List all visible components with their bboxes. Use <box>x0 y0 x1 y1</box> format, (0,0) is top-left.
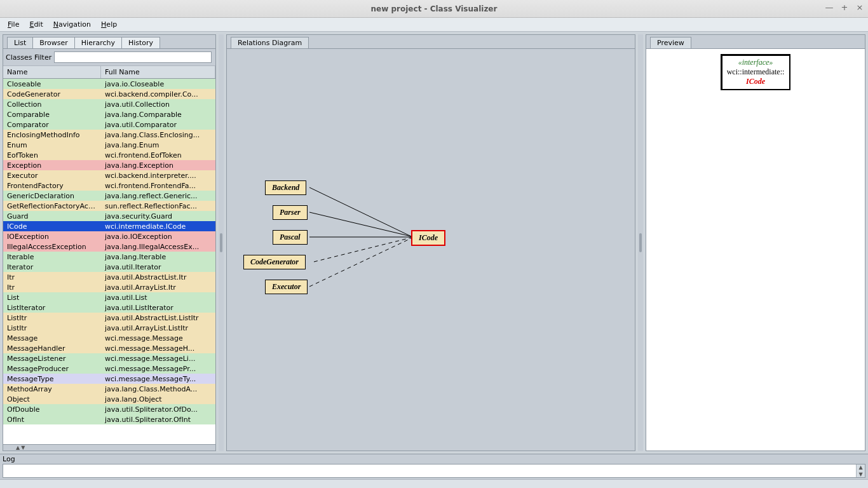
panel-collapse-bar[interactable]: ▲▼ <box>3 444 215 451</box>
preview-canvas[interactable]: «interface» wci::intermediate:: ICode <box>646 49 865 451</box>
table-row[interactable]: CodeGeneratorwci.backend.compiler.Co... <box>3 89 215 99</box>
cell-name: Collection <box>3 100 101 109</box>
close-icon[interactable]: × <box>855 3 864 12</box>
table-row[interactable]: GenericDeclarationjava.lang.reflect.Gene… <box>3 191 215 201</box>
cell-fullname: java.util.Spliterator.OfDo... <box>101 405 215 414</box>
menu-navigation[interactable]: Navigation <box>50 19 95 30</box>
maximize-icon[interactable]: + <box>840 3 849 12</box>
diagram-node-codegenerator[interactable]: CodeGenerator <box>243 255 306 269</box>
table-row[interactable]: Iteratorjava.util.Iterator <box>3 262 215 272</box>
cell-fullname: wci.message.MessageTy... <box>101 375 215 383</box>
diagram-node-backend[interactable]: Backend <box>265 180 306 195</box>
table-row[interactable]: OfDoublejava.util.Spliterator.OfDo... <box>3 404 215 414</box>
log-scrollbar[interactable]: ▲▼ <box>856 464 865 477</box>
cell-fullname: wci.message.MessageLi... <box>101 355 215 363</box>
table-row[interactable]: IllegalAccessExceptionjava.lang.IllegalA… <box>3 241 215 252</box>
cell-fullname: wci.message.Message <box>101 334 215 342</box>
cell-name: Itr <box>3 283 101 292</box>
cell-fullname: java.io.Closeable <box>101 80 215 88</box>
table-row[interactable]: OfIntjava.util.Spliterator.OfInt <box>3 414 215 424</box>
log-textarea[interactable]: ▲▼ <box>3 464 865 478</box>
splitter-left[interactable] <box>219 34 224 451</box>
table-row[interactable]: Messagewci.message.Message <box>3 333 215 343</box>
menu-help[interactable]: Help <box>97 19 121 30</box>
cell-name: Object <box>3 395 101 403</box>
tab-list[interactable]: List <box>7 37 33 48</box>
table-row[interactable]: EnclosingMethodInfojava.lang.Class.Enclo… <box>3 130 215 140</box>
class-table-header: Name Full Name <box>3 66 215 79</box>
cell-name: OfDouble <box>3 405 101 414</box>
cell-fullname: java.util.Collection <box>101 100 215 109</box>
tab-preview[interactable]: Preview <box>650 37 691 48</box>
table-row[interactable]: Iterablejava.lang.Iterable <box>3 252 215 262</box>
cell-name: List <box>3 294 101 302</box>
table-row[interactable]: Collectionjava.util.Collection <box>3 99 215 109</box>
cell-fullname: wci.backend.interpreter.... <box>101 172 215 180</box>
minimize-icon[interactable]: — <box>825 3 834 12</box>
cell-name: ListItr <box>3 314 101 322</box>
relations-diagram-canvas[interactable]: Backend Parser Pascal CodeGenerator Exec… <box>227 49 635 451</box>
table-row[interactable]: MethodArrayjava.lang.Class.MethodA... <box>3 384 215 394</box>
table-row[interactable]: GetReflectionFactoryActionsun.reflect.Re… <box>3 201 215 211</box>
cell-fullname: wci.frontend.FrontendFa... <box>101 182 215 190</box>
tab-browser[interactable]: Browser <box>32 37 75 48</box>
menu-bar: File Edit Navigation Help <box>0 18 868 32</box>
tab-history[interactable]: History <box>121 37 160 48</box>
table-row[interactable]: Closeablejava.io.Closeable <box>3 79 215 89</box>
cell-name: Executor <box>3 172 101 180</box>
cell-fullname: sun.reflect.ReflectionFac... <box>101 202 215 210</box>
preview-uml-box: «interface» wci::intermediate:: ICode <box>721 54 791 90</box>
table-row[interactable]: ICodewci.intermediate.ICode <box>3 221 215 231</box>
table-row[interactable]: EofTokenwci.frontend.EofToken <box>3 150 215 160</box>
svg-line-1 <box>309 212 411 236</box>
classes-filter-input[interactable] <box>54 51 212 63</box>
cell-fullname: java.security.Guard <box>101 212 215 220</box>
table-row[interactable]: Exceptionjava.lang.Exception <box>3 160 215 170</box>
cell-fullname: wci.backend.compiler.Co... <box>101 90 215 98</box>
splitter-right[interactable] <box>638 34 643 451</box>
table-row[interactable]: ListItrjava.util.ArrayList.ListItr <box>3 323 215 333</box>
table-row[interactable]: MessageHandlerwci.message.MessageH... <box>3 343 215 353</box>
table-row[interactable]: Itrjava.util.ArrayList.Itr <box>3 282 215 292</box>
diagram-node-pascal[interactable]: Pascal <box>273 230 308 245</box>
menu-edit[interactable]: Edit <box>25 19 46 30</box>
table-row[interactable]: Comparablejava.lang.Comparable <box>3 109 215 119</box>
svg-line-4 <box>309 238 411 287</box>
table-row[interactable]: Itrjava.util.AbstractList.Itr <box>3 272 215 282</box>
preview-stereotype: «interface» <box>727 58 785 67</box>
table-row[interactable]: MessageProducerwci.message.MessagePr... <box>3 363 215 374</box>
diagram-node-executor[interactable]: Executor <box>265 280 308 294</box>
cell-fullname: java.util.ListIterator <box>101 304 215 312</box>
cell-name: MessageProducer <box>3 365 101 373</box>
diagram-node-icode[interactable]: ICode <box>411 230 445 246</box>
table-row[interactable]: Listjava.util.List <box>3 292 215 302</box>
cell-name: GetReflectionFactoryAction <box>3 202 101 210</box>
table-row[interactable]: ListItrjava.util.AbstractList.ListItr <box>3 313 215 323</box>
cell-name: Iterator <box>3 263 101 271</box>
table-row[interactable]: Enumjava.lang.Enum <box>3 140 215 150</box>
table-row[interactable]: MessageTypewci.message.MessageTy... <box>3 374 215 384</box>
table-row[interactable]: Executorwci.backend.interpreter.... <box>3 170 215 180</box>
cell-name: FrontendFactory <box>3 182 101 190</box>
cell-fullname: wci.message.MessagePr... <box>101 365 215 373</box>
center-panel: Relations Diagram Backend Parser Pascal … <box>226 34 635 451</box>
table-row[interactable]: ListIteratorjava.util.ListIterator <box>3 302 215 313</box>
status-bar <box>0 479 868 488</box>
cell-fullname: java.lang.Comparable <box>101 111 215 119</box>
table-row[interactable]: IOExceptionjava.io.IOException <box>3 231 215 241</box>
table-row[interactable]: Objectjava.lang.Object <box>3 394 215 404</box>
table-row[interactable]: Guardjava.security.Guard <box>3 211 215 221</box>
col-header-name[interactable]: Name <box>3 66 101 78</box>
diagram-node-parser[interactable]: Parser <box>273 205 308 220</box>
class-table-body[interactable]: Closeablejava.io.CloseableCodeGeneratorw… <box>3 79 215 444</box>
tab-relations-diagram[interactable]: Relations Diagram <box>231 37 309 48</box>
table-row[interactable]: FrontendFactorywci.frontend.FrontendFa..… <box>3 180 215 191</box>
menu-file[interactable]: File <box>4 19 23 30</box>
col-header-fullname[interactable]: Full Name <box>101 66 215 78</box>
table-row[interactable]: Comparatorjava.util.Comparator <box>3 119 215 130</box>
cell-name: Message <box>3 334 101 342</box>
table-row[interactable]: MessageListenerwci.message.MessageLi... <box>3 353 215 363</box>
preview-namespace: wci::intermediate:: <box>727 67 785 77</box>
tab-hierarchy[interactable]: Hierarchy <box>74 37 122 48</box>
cell-fullname: java.io.IOException <box>101 233 215 241</box>
